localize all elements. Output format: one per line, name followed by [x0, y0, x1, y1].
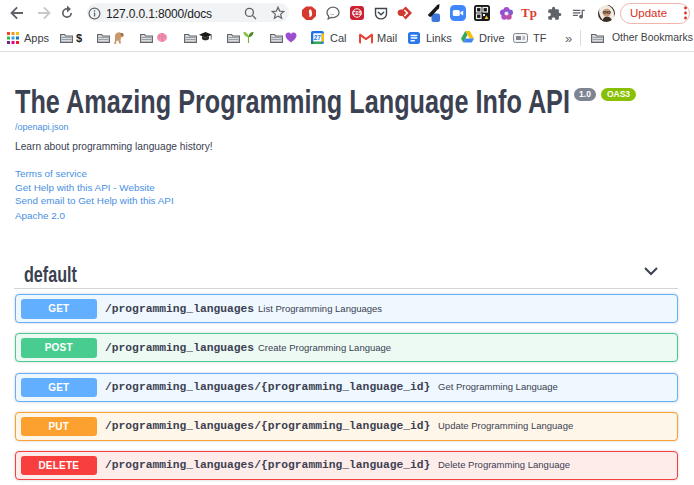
svg-text:27: 27: [314, 34, 322, 41]
svg-text:CBS: CBS: [352, 11, 362, 16]
